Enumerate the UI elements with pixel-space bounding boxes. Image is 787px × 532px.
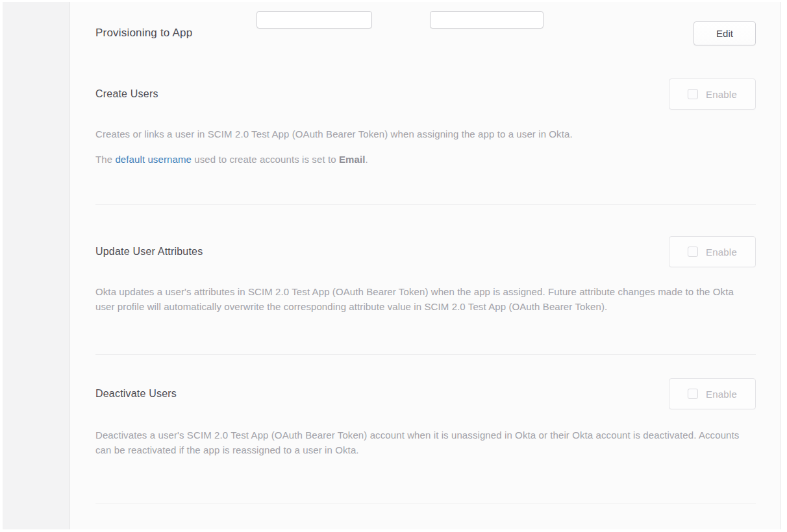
- provisioning-settings: Provisioning to App Edit Create Users En…: [69, 20, 781, 503]
- truncated-field-left[interactable]: [256, 11, 372, 29]
- section-head: Update User Attributes Enable: [95, 236, 756, 267]
- section-title: Deactivate Users: [95, 388, 177, 400]
- section-head: Create Users Enable: [95, 79, 756, 110]
- section-divider: [95, 354, 756, 355]
- page-title: Provisioning to App: [95, 27, 192, 40]
- section-description: Creates or links a user in SCIM 2.0 Test…: [95, 127, 755, 141]
- truncated-field-right[interactable]: [430, 11, 543, 29]
- section-divider: [95, 204, 756, 205]
- section-update-user-attributes: Update User Attributes Enable Okta updat…: [95, 236, 756, 314]
- content-panel: Provisioning to App Edit Create Users En…: [69, 2, 781, 529]
- checkbox-unchecked-icon[interactable]: [688, 247, 698, 257]
- section-description: Okta updates a user's attributes in SCIM…: [95, 284, 755, 314]
- section-deactivate-users: Deactivate Users Enable Deactivates a us…: [95, 378, 756, 457]
- enable-toggle-label: Enable: [706, 389, 737, 400]
- update-attributes-enable-toggle[interactable]: Enable: [669, 236, 756, 267]
- note-text: The: [95, 154, 115, 165]
- provisioning-header: Provisioning to App Edit: [95, 20, 756, 46]
- section-description: Deactivates a user's SCIM 2.0 Test App (…: [95, 428, 755, 457]
- edit-button[interactable]: Edit: [693, 21, 756, 45]
- enable-toggle-label: Enable: [706, 89, 737, 100]
- section-create-users: Create Users Enable Creates or links a u…: [95, 79, 756, 167]
- enable-toggle-label: Enable: [706, 247, 737, 258]
- section-title: Update User Attributes: [95, 246, 203, 258]
- default-username-note: The default username used to create acco…: [95, 152, 755, 167]
- deactivate-users-enable-toggle[interactable]: Enable: [669, 378, 756, 409]
- sidebar: [3, 2, 69, 529]
- section-title: Create Users: [95, 88, 158, 100]
- note-text: .: [365, 154, 368, 165]
- app-frame: Provisioning to App Edit Create Users En…: [3, 2, 781, 529]
- section-head: Deactivate Users Enable: [95, 378, 756, 409]
- note-email-value: Email: [339, 154, 366, 165]
- default-username-link[interactable]: default username: [115, 154, 192, 165]
- checkbox-unchecked-icon[interactable]: [688, 89, 698, 99]
- section-divider: [95, 503, 756, 503]
- create-users-enable-toggle[interactable]: Enable: [669, 79, 756, 110]
- checkbox-unchecked-icon[interactable]: [688, 389, 698, 399]
- note-text: used to create accounts is set to: [192, 154, 339, 165]
